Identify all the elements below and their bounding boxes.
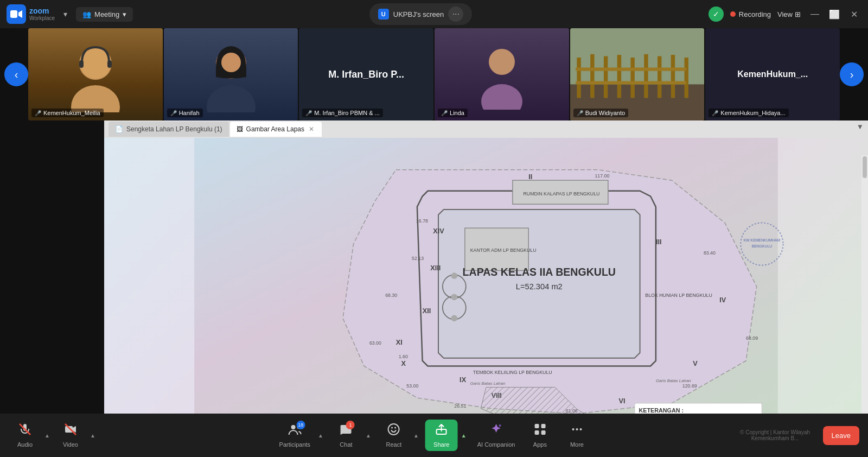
tab-bar: 📄 Sengketa Lahan LP Bengkulu (1) 🖼 Gamba… [104, 120, 868, 138]
svg-point-34 [451, 294, 457, 300]
svg-rect-13 [577, 58, 580, 98]
svg-rect-14 [590, 54, 594, 98]
scrollbar[interactable] [861, 155, 868, 424]
svg-text:1.60: 1.60 [399, 354, 408, 359]
share-button[interactable]: Share [425, 420, 458, 451]
participant-tile-meilia[interactable]: 🎤 KemenHukum_Meilia [28, 28, 163, 120]
svg-point-92 [572, 428, 574, 430]
participants-chevron-button[interactable]: ▲ [316, 430, 326, 441]
more-group: More [560, 420, 593, 451]
chat-icon: 1 [340, 423, 353, 439]
chat-chevron-button[interactable]: ▲ [363, 430, 373, 441]
svg-text:63.00: 63.00 [369, 340, 381, 346]
audio-button[interactable]: Audio [9, 420, 41, 451]
svg-point-7 [207, 85, 256, 112]
svg-text:68.30: 68.30 [385, 293, 397, 298]
apps-button[interactable]: Apps [524, 420, 556, 451]
tab-close-button[interactable]: ✕ [308, 125, 315, 133]
participant-tile-kemen2[interactable]: KemenHukum_... 🎤 KemenHukum_Hidaya... [705, 28, 840, 120]
share-chevron-button[interactable]: ▲ [459, 430, 469, 441]
zoom-logo-icon [7, 4, 26, 24]
mute-icon-linda: 🎤 [441, 110, 448, 116]
svg-rect-17 [630, 58, 634, 98]
kemen2-display-name: KemenHukum_... [732, 69, 813, 79]
participant-tile-linda[interactable]: 🎤 Linda [435, 28, 569, 120]
close-button[interactable]: ✕ [846, 7, 861, 22]
tab-gambar[interactable]: 🖼 Gambar Area Lapas ✕ [230, 122, 322, 137]
svg-text:III: III [656, 238, 662, 246]
share-icon [435, 423, 448, 439]
mute-icon-meilia: 🎤 [35, 110, 41, 116]
mute-icon-budi: 🎤 [577, 110, 583, 116]
video-chevron-button[interactable]: ▲ [88, 430, 98, 441]
view-button[interactable]: View ⊞ [777, 10, 801, 18]
video-button[interactable]: Video [54, 420, 87, 451]
participant-tile-irfan[interactable]: M. Irfan_Biro P... 🎤 M. Irfan_Biro PBMN … [299, 28, 433, 120]
toolbar-center: 18 Participants ▲ 1 Chat ▲ [275, 420, 593, 451]
more-button[interactable]: More [560, 420, 593, 451]
participants-row: 🎤 KemenHukum_Meilia 🎤 Hanifah [28, 28, 840, 120]
strip-prev-button[interactable]: ‹ [4, 62, 28, 86]
svg-text:KETERANGAN :: KETERANGAN : [639, 407, 684, 414]
mute-icon-kemen2: 🎤 [712, 110, 718, 116]
chat-button[interactable]: 1 Chat [330, 420, 362, 451]
tab-img-icon: 🖼 [237, 125, 243, 133]
participant-tile-hanifah[interactable]: 🎤 Hanifah [164, 28, 298, 120]
svg-point-84 [394, 427, 396, 429]
scrollbar-thumb [863, 156, 867, 178]
more-icon [570, 423, 583, 439]
svg-text:26.51: 26.51 [454, 403, 466, 409]
maximize-button[interactable]: ⬜ [827, 7, 842, 22]
svg-text:BLOK HUNIAN LP BENGKULU: BLOK HUNIAN LP BENGKULU [645, 293, 712, 298]
audio-chevron-button[interactable]: ▲ [42, 430, 52, 441]
audio-mute-icon [18, 423, 31, 439]
svg-rect-90 [541, 430, 545, 435]
svg-rect-18 [644, 54, 648, 98]
ai-companion-button[interactable]: AI Companion [473, 420, 520, 451]
react-chevron-button[interactable]: ▲ [411, 430, 421, 441]
participant-tile-budi[interactable]: 🎤 Budi Widiyanto [570, 28, 705, 120]
svg-text:XIV: XIV [433, 227, 444, 235]
participant-name-meilia: 🎤 KemenHukum_Meilia [31, 109, 104, 117]
participants-group: 18 Participants ▲ [275, 420, 326, 451]
minimize-button[interactable]: — [807, 7, 822, 22]
svg-text:RUMDIN KALAPAS LP BENGKULU: RUMDIN KALAPAS LP BENGKULU [523, 191, 599, 196]
participant-name-linda: 🎤 Linda [438, 109, 468, 117]
participant-name-kemen2: 🎤 KemenHukum_Hidaya... [709, 109, 788, 117]
svg-point-8 [221, 53, 241, 72]
svg-rect-23 [576, 81, 686, 84]
svg-point-83 [391, 427, 393, 429]
svg-text:Garis Batas Lahan: Garis Batas Lahan [656, 378, 691, 383]
content-area: 📄 Sengketa Lahan LP Bengkulu (1) 🖼 Gamba… [104, 120, 868, 424]
react-button[interactable]: React [378, 420, 410, 451]
recording-dot-icon [730, 11, 736, 17]
zoom-menu-chevron[interactable]: ▾ [61, 8, 69, 21]
people-icon: 👥 [82, 10, 91, 18]
mute-icon-irfan: 🎤 [305, 110, 312, 116]
irfan-display-name: M. Irfan_Biro P... [323, 69, 410, 80]
leave-button[interactable]: Leave [823, 426, 859, 445]
svg-text:120.69: 120.69 [682, 383, 697, 389]
svg-text:VI: VI [618, 397, 625, 405]
svg-text:L=52.304 m2: L=52.304 m2 [516, 282, 563, 291]
chat-group: 1 Chat ▲ [330, 420, 373, 451]
tab-scroll-button[interactable]: ▼ [857, 123, 864, 131]
svg-text:LAPAS KELAS IIA BENGKULU: LAPAS KELAS IIA BENGKULU [463, 266, 616, 278]
tab-sengketa[interactable]: 📄 Sengketa Lahan LP Bengkulu (1) [108, 122, 229, 137]
participant-strip: ‹ 🎤 KemenHukum_Meilia [0, 28, 868, 120]
svg-point-82 [388, 424, 399, 435]
strip-next-button[interactable]: › [840, 62, 864, 86]
toolbar-right: © Copyright | Kantor Wilayah Kemenkumham… [732, 426, 859, 445]
meeting-button[interactable]: 👥 Meeting ▾ [76, 7, 133, 22]
svg-text:117.00: 117.00 [595, 173, 609, 179]
top-right-controls: ✓ Recording View ⊞ — ⬜ ✕ [709, 7, 861, 22]
mute-icon-hanifah: 🎤 [170, 110, 177, 116]
screen-share-indicator: U UKPBJ's screen ··· [139, 3, 701, 25]
svg-point-93 [579, 428, 582, 430]
svg-rect-16 [617, 55, 621, 98]
participant-name-budi: 🎤 Budi Widiyanto [573, 109, 628, 117]
svg-point-86 [499, 424, 501, 427]
screen-options-button[interactable]: ··· [448, 7, 463, 22]
participants-button[interactable]: 18 Participants [275, 420, 315, 451]
svg-point-9 [489, 49, 515, 75]
